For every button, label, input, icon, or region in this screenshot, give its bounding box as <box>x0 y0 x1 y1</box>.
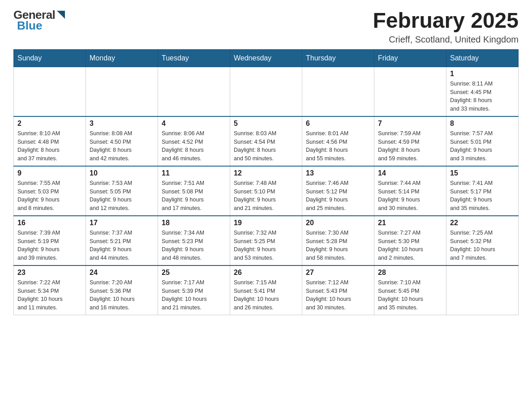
calendar-cell: 3Sunrise: 8:08 AMSunset: 4:50 PMDaylight… <box>86 116 158 166</box>
day-info: Sunrise: 7:30 AMSunset: 5:28 PMDaylight:… <box>306 229 370 262</box>
day-info: Sunrise: 7:32 AMSunset: 5:25 PMDaylight:… <box>234 229 298 262</box>
calendar-cell: 9Sunrise: 7:55 AMSunset: 5:03 PMDaylight… <box>14 166 86 216</box>
calendar-cell: 7Sunrise: 7:59 AMSunset: 4:59 PMDaylight… <box>374 116 446 166</box>
header-thursday: Thursday <box>302 49 374 67</box>
day-info: Sunrise: 8:01 AMSunset: 4:56 PMDaylight:… <box>306 129 370 163</box>
day-number: 25 <box>162 269 226 277</box>
day-number: 9 <box>17 169 82 177</box>
day-info: Sunrise: 7:17 AMSunset: 5:39 PMDaylight:… <box>162 278 226 312</box>
calendar-cell: 18Sunrise: 7:34 AMSunset: 5:23 PMDayligh… <box>158 216 230 265</box>
calendar-cell: 14Sunrise: 7:44 AMSunset: 5:14 PMDayligh… <box>374 166 446 216</box>
calendar-cell <box>86 67 158 116</box>
day-info: Sunrise: 7:15 AMSunset: 5:41 PMDaylight:… <box>234 278 298 312</box>
header-monday: Monday <box>86 49 158 67</box>
day-number: 15 <box>450 169 515 177</box>
calendar-cell: 2Sunrise: 8:10 AMSunset: 4:48 PMDaylight… <box>14 116 86 166</box>
day-info: Sunrise: 7:55 AMSunset: 5:03 PMDaylight:… <box>17 179 82 213</box>
day-number: 6 <box>306 120 370 128</box>
header-row: SundayMondayTuesdayWednesdayThursdayFrid… <box>14 49 519 67</box>
logo: General Blue <box>13 9 66 31</box>
day-number: 18 <box>162 219 226 227</box>
header-friday: Friday <box>374 49 446 67</box>
day-info: Sunrise: 7:59 AMSunset: 4:59 PMDaylight:… <box>378 129 442 163</box>
day-info: Sunrise: 7:39 AMSunset: 5:19 PMDaylight:… <box>17 229 82 262</box>
day-info: Sunrise: 7:53 AMSunset: 5:05 PMDaylight:… <box>90 179 154 213</box>
title-section: February 2025 Crieff, Scotland, United K… <box>373 9 519 45</box>
day-info: Sunrise: 8:10 AMSunset: 4:48 PMDaylight:… <box>17 129 82 163</box>
calendar-title: February 2025 <box>373 9 519 33</box>
week-row-3: 9Sunrise: 7:55 AMSunset: 5:03 PMDaylight… <box>14 166 519 216</box>
day-info: Sunrise: 7:27 AMSunset: 5:30 PMDaylight:… <box>378 229 442 262</box>
calendar-table: SundayMondayTuesdayWednesdayThursdayFrid… <box>13 49 519 315</box>
calendar-cell <box>446 265 519 315</box>
day-number: 21 <box>378 219 442 227</box>
day-number: 8 <box>450 120 515 128</box>
calendar-cell: 24Sunrise: 7:20 AMSunset: 5:36 PMDayligh… <box>86 265 158 315</box>
day-number: 14 <box>378 169 442 177</box>
calendar-cell: 8Sunrise: 7:57 AMSunset: 5:01 PMDaylight… <box>446 116 519 166</box>
day-number: 5 <box>234 120 298 128</box>
calendar-subtitle: Crieff, Scotland, United Kingdom <box>373 34 519 45</box>
day-number: 17 <box>90 219 154 227</box>
day-number: 13 <box>306 169 370 177</box>
calendar-cell <box>230 67 302 116</box>
day-info: Sunrise: 7:12 AMSunset: 5:43 PMDaylight:… <box>306 278 370 312</box>
day-number: 3 <box>90 120 154 128</box>
calendar-body: 1Sunrise: 8:11 AMSunset: 4:45 PMDaylight… <box>14 67 519 315</box>
calendar-cell: 4Sunrise: 8:06 AMSunset: 4:52 PMDaylight… <box>158 116 230 166</box>
calendar-cell <box>14 67 86 116</box>
day-info: Sunrise: 7:44 AMSunset: 5:14 PMDaylight:… <box>378 179 442 213</box>
calendar-cell: 27Sunrise: 7:12 AMSunset: 5:43 PMDayligh… <box>302 265 374 315</box>
calendar-cell: 11Sunrise: 7:51 AMSunset: 5:08 PMDayligh… <box>158 166 230 216</box>
day-info: Sunrise: 7:10 AMSunset: 5:45 PMDaylight:… <box>378 278 442 312</box>
calendar-cell <box>374 67 446 116</box>
day-info: Sunrise: 7:22 AMSunset: 5:34 PMDaylight:… <box>17 278 82 312</box>
calendar-cell: 16Sunrise: 7:39 AMSunset: 5:19 PMDayligh… <box>14 216 86 265</box>
day-number: 16 <box>17 219 82 227</box>
day-info: Sunrise: 7:41 AMSunset: 5:17 PMDaylight:… <box>450 179 515 213</box>
day-number: 22 <box>450 219 515 227</box>
day-number: 19 <box>234 219 298 227</box>
day-number: 12 <box>234 169 298 177</box>
day-info: Sunrise: 7:37 AMSunset: 5:21 PMDaylight:… <box>90 229 154 262</box>
calendar-cell: 21Sunrise: 7:27 AMSunset: 5:30 PMDayligh… <box>374 216 446 265</box>
week-row-4: 16Sunrise: 7:39 AMSunset: 5:19 PMDayligh… <box>14 216 519 265</box>
calendar-cell: 26Sunrise: 7:15 AMSunset: 5:41 PMDayligh… <box>230 265 302 315</box>
day-info: Sunrise: 8:08 AMSunset: 4:50 PMDaylight:… <box>90 129 154 163</box>
day-number: 1 <box>450 70 515 78</box>
calendar-cell: 15Sunrise: 7:41 AMSunset: 5:17 PMDayligh… <box>446 166 519 216</box>
header-wednesday: Wednesday <box>230 49 302 67</box>
day-number: 7 <box>378 120 442 128</box>
calendar-cell: 25Sunrise: 7:17 AMSunset: 5:39 PMDayligh… <box>158 265 230 315</box>
day-info: Sunrise: 7:20 AMSunset: 5:36 PMDaylight:… <box>90 278 154 312</box>
day-number: 20 <box>306 219 370 227</box>
day-info: Sunrise: 7:46 AMSunset: 5:12 PMDaylight:… <box>306 179 370 213</box>
day-number: 27 <box>306 269 370 277</box>
calendar-cell: 12Sunrise: 7:48 AMSunset: 5:10 PMDayligh… <box>230 166 302 216</box>
day-number: 10 <box>90 169 154 177</box>
day-info: Sunrise: 8:03 AMSunset: 4:54 PMDaylight:… <box>234 129 298 163</box>
calendar-cell: 17Sunrise: 7:37 AMSunset: 5:21 PMDayligh… <box>86 216 158 265</box>
day-info: Sunrise: 7:48 AMSunset: 5:10 PMDaylight:… <box>234 179 298 213</box>
day-info: Sunrise: 7:34 AMSunset: 5:23 PMDaylight:… <box>162 229 226 262</box>
calendar-cell: 5Sunrise: 8:03 AMSunset: 4:54 PMDaylight… <box>230 116 302 166</box>
day-number: 24 <box>90 269 154 277</box>
logo-blue-text: Blue <box>17 20 42 31</box>
calendar-cell: 20Sunrise: 7:30 AMSunset: 5:28 PMDayligh… <box>302 216 374 265</box>
calendar-cell: 10Sunrise: 7:53 AMSunset: 5:05 PMDayligh… <box>86 166 158 216</box>
calendar-cell <box>302 67 374 116</box>
logo-triangle-icon <box>56 10 66 20</box>
day-number: 28 <box>378 269 442 277</box>
day-info: Sunrise: 8:11 AMSunset: 4:45 PMDaylight:… <box>450 80 515 113</box>
day-number: 11 <box>162 169 226 177</box>
calendar-cell: 19Sunrise: 7:32 AMSunset: 5:25 PMDayligh… <box>230 216 302 265</box>
header-tuesday: Tuesday <box>158 49 230 67</box>
day-info: Sunrise: 8:06 AMSunset: 4:52 PMDaylight:… <box>162 129 226 163</box>
calendar-cell: 1Sunrise: 8:11 AMSunset: 4:45 PMDaylight… <box>446 67 519 116</box>
week-row-2: 2Sunrise: 8:10 AMSunset: 4:48 PMDaylight… <box>14 116 519 166</box>
day-info: Sunrise: 7:51 AMSunset: 5:08 PMDaylight:… <box>162 179 226 213</box>
svg-marker-0 <box>57 11 65 19</box>
calendar-cell: 22Sunrise: 7:25 AMSunset: 5:32 PMDayligh… <box>446 216 519 265</box>
day-info: Sunrise: 7:25 AMSunset: 5:32 PMDaylight:… <box>450 229 515 262</box>
day-info: Sunrise: 7:57 AMSunset: 5:01 PMDaylight:… <box>450 129 515 163</box>
